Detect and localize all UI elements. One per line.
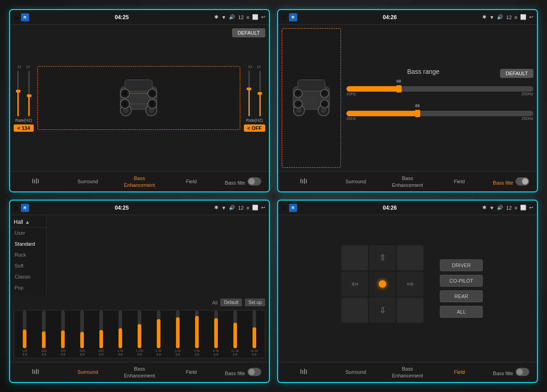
nav-bassfilter-1[interactable]: Bass filte bbox=[217, 175, 269, 188]
window-icon-2[interactable]: ⬜ bbox=[520, 14, 526, 20]
nav-bass-1[interactable]: BassEnhancement bbox=[114, 173, 165, 190]
arrow-right-icon[interactable]: ⇨ bbox=[407, 279, 414, 289]
nav-eq-4[interactable] bbox=[278, 366, 330, 378]
copilot-btn[interactable]: CO-PILOT bbox=[440, 275, 483, 287]
nav-bassfilter-3[interactable]: Bass filte bbox=[217, 366, 269, 378]
grid-center[interactable] bbox=[369, 272, 396, 297]
slider-col-1[interactable] bbox=[15, 71, 22, 116]
home-icon[interactable]: ⌂ bbox=[14, 13, 18, 21]
default-eq-btn[interactable]: Default bbox=[220, 299, 242, 306]
band-125k[interactable]: 1.25k 2.0 bbox=[131, 310, 149, 356]
nav-toggle-4[interactable] bbox=[516, 368, 529, 376]
default-button-1[interactable]: DEFAULT bbox=[232, 28, 265, 37]
nav-bassfilter-2[interactable]: Bass filte bbox=[485, 175, 537, 188]
preset-rock[interactable]: Rock bbox=[10, 249, 46, 260]
band-fill-3k bbox=[176, 317, 180, 348]
preset-soft[interactable]: Soft bbox=[10, 260, 46, 271]
svg-rect-38 bbox=[32, 369, 33, 374]
all-btn[interactable]: ALL bbox=[440, 306, 483, 318]
window-icon-1[interactable]: ⬜ bbox=[252, 14, 258, 20]
grid-tc: ⇧ bbox=[369, 245, 396, 270]
band-12k[interactable]: 12.0k 2.0 bbox=[226, 310, 244, 356]
band-3k[interactable]: 3.0k 2.0 bbox=[169, 310, 186, 356]
band-track-2k bbox=[157, 310, 160, 348]
screen3-content: Hall ▲ User Standard Rock Soft Classic P… bbox=[10, 215, 269, 362]
arrow-down-icon[interactable]: ⇩ bbox=[379, 305, 386, 315]
back-icon-4[interactable]: ↩ bbox=[529, 205, 533, 211]
menu-icon-3[interactable]: ≡ bbox=[247, 205, 249, 211]
band-16k[interactable]: 16.0k 2.0 bbox=[245, 310, 263, 356]
rate-box-2[interactable]: < OFF bbox=[244, 124, 265, 132]
nav-eq-3[interactable] bbox=[10, 366, 62, 378]
band-2k[interactable]: 2.0k 2.0 bbox=[150, 310, 167, 356]
nav-surround-1[interactable]: Surround bbox=[62, 176, 114, 186]
eq-icon-1 bbox=[32, 178, 40, 184]
back-icon-3[interactable]: ↩ bbox=[261, 205, 265, 211]
nav-eq-1[interactable] bbox=[10, 176, 62, 187]
slider-col-3[interactable] bbox=[245, 71, 253, 116]
preset-user[interactable]: User bbox=[10, 227, 46, 238]
bass-range-title: Bass range bbox=[346, 68, 500, 75]
home-icon-3[interactable]: ⌂ bbox=[14, 204, 18, 212]
band-125[interactable]: 125 2.0 bbox=[16, 310, 34, 356]
menu-icon-2[interactable]: ≡ bbox=[515, 15, 517, 20]
band-fill-125k bbox=[138, 324, 141, 348]
nav-toggle-3[interactable] bbox=[248, 368, 261, 376]
back-icon-2[interactable]: ↩ bbox=[529, 14, 533, 20]
arrow-up-icon[interactable]: ⇧ bbox=[379, 253, 386, 263]
preset-classic[interactable]: Classic bbox=[10, 271, 46, 282]
menu-icon-4[interactable]: ≡ bbox=[515, 205, 517, 211]
slider-col-2[interactable] bbox=[26, 71, 33, 116]
rate-box-1[interactable]: < 134 bbox=[14, 124, 34, 132]
window-icon-4[interactable]: ⬜ bbox=[520, 205, 526, 211]
band-val-500: 2.0 bbox=[80, 353, 84, 356]
band-200[interactable]: 200 2.0 bbox=[35, 310, 53, 356]
preset-standard[interactable]: Standard bbox=[10, 238, 46, 249]
nav-field-3[interactable]: Field bbox=[165, 367, 217, 377]
back-icon-1[interactable]: ↩ bbox=[261, 14, 265, 20]
preset-pop[interactable]: Pop bbox=[10, 282, 46, 293]
app-icon-4[interactable]: R bbox=[289, 204, 297, 212]
screen1-main: 1212 bbox=[10, 25, 269, 171]
arrow-left-icon[interactable]: ⇦ bbox=[351, 279, 358, 289]
driver-btn[interactable]: DRIVER bbox=[440, 259, 483, 271]
preset-header: Hall ▲ bbox=[10, 217, 46, 227]
nav-field-2[interactable]: Field bbox=[433, 176, 485, 186]
nav-surround-3[interactable]: Surround bbox=[62, 367, 114, 377]
nav-surround-2[interactable]: Surround bbox=[330, 176, 382, 186]
band-freq-16k: 16.0k bbox=[250, 349, 258, 352]
nav-surround-4[interactable]: Surround bbox=[330, 367, 382, 377]
rear-btn[interactable]: REAR bbox=[440, 290, 483, 302]
band-1k[interactable]: 1.0k 2.0 bbox=[112, 310, 129, 356]
nav-toggle-2[interactable] bbox=[516, 177, 529, 186]
nav-eq-2[interactable] bbox=[278, 176, 330, 187]
nav-bass-3[interactable]: BassEnhancement bbox=[114, 364, 165, 381]
app-icon-1[interactable]: R bbox=[21, 13, 29, 21]
home-icon-2[interactable]: ⌂ bbox=[282, 13, 286, 21]
band-320[interactable]: 320 2.0 bbox=[54, 310, 72, 356]
preset-chevron[interactable]: ▲ bbox=[25, 219, 30, 225]
nav-bassfilter-4[interactable]: Bass filte bbox=[485, 366, 537, 378]
band-track-500 bbox=[80, 310, 84, 348]
hslider-track-1[interactable]: 68 bbox=[346, 86, 533, 92]
default-button-2[interactable]: DEFAULT bbox=[500, 69, 533, 78]
nav-field-4[interactable]: Field bbox=[433, 367, 485, 377]
band-500[interactable]: 500 2.0 bbox=[73, 310, 91, 356]
home-icon-4[interactable]: ⌂ bbox=[282, 204, 286, 212]
window-icon-3[interactable]: ⬜ bbox=[252, 205, 258, 211]
menu-icon-1[interactable]: ≡ bbox=[247, 15, 249, 20]
nav-field-1[interactable]: Field bbox=[165, 176, 217, 186]
slider-col-4[interactable] bbox=[256, 71, 263, 116]
nav-bass-4[interactable]: BassEnhancement bbox=[382, 364, 433, 381]
hslider-track-2[interactable]: 88 bbox=[346, 111, 533, 116]
nav-bass-2[interactable]: BassEnhancement bbox=[382, 173, 433, 190]
screen2-content: Bass range DEFAULT 68 20Hz bbox=[278, 25, 537, 171]
band-800[interactable]: 800 2.0 bbox=[93, 310, 110, 356]
band-8k[interactable]: 8.0k 2.0 bbox=[207, 310, 225, 356]
setup-btn[interactable]: Set up bbox=[245, 299, 265, 306]
app-icon-2[interactable]: R bbox=[289, 13, 297, 21]
band-5k[interactable]: 5.0k 2.0 bbox=[188, 310, 206, 356]
nav-toggle-1[interactable] bbox=[248, 177, 261, 186]
volume-icon-1: 🔊 bbox=[229, 14, 235, 20]
app-icon-3[interactable]: R bbox=[21, 204, 29, 212]
